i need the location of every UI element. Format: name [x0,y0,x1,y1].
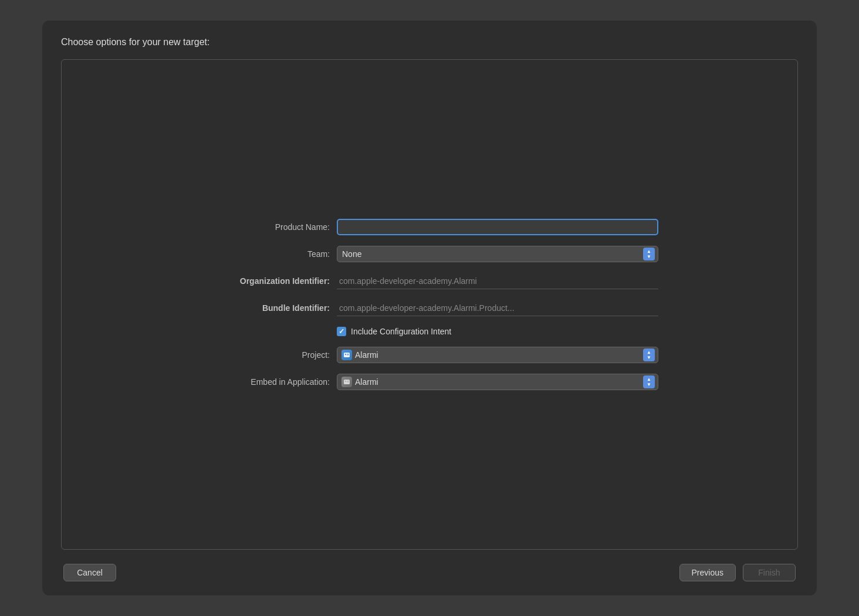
bundle-identifier-label: Bundle Identifier: [201,303,330,313]
project-label: Project: [201,350,330,360]
embed-app-label: Embed in Application: [201,377,330,387]
product-name-input[interactable] [337,219,658,235]
team-row: Team: None [201,246,658,262]
bundle-identifier-value: com.apple-developer-academy.Alarmi.Produ… [337,300,658,316]
content-area: Product Name: Team: None Organization Id… [61,59,798,550]
footer-right-buttons: Previous Finish [679,564,796,581]
project-row: Project: Alarmi [201,347,658,363]
config-intent-checkbox-wrapper: Include Configuration Intent [337,327,451,336]
config-intent-row: Include Configuration Intent [201,327,658,336]
embed-app-select-wrapper: Alarmi [337,374,658,390]
product-name-label: Product Name: [201,222,330,232]
org-identifier-value: com.apple-developer-academy.Alarmi [337,273,658,289]
team-select-wrapper: None [337,246,658,262]
dialog-title: Choose options for your new target: [61,37,798,48]
team-select[interactable]: None [337,246,658,262]
previous-button[interactable]: Previous [679,564,736,581]
config-intent-checkbox-label: Include Configuration Intent [351,327,451,336]
embed-app-row: Embed in Application: Alarmi [201,374,658,390]
project-select-wrapper: Alarmi [337,347,658,363]
team-label: Team: [201,249,330,259]
product-name-row: Product Name: [201,219,658,235]
embed-app-select[interactable]: Alarmi [337,374,658,390]
form-container: Product Name: Team: None Organization Id… [201,219,658,390]
project-select[interactable]: Alarmi [337,347,658,363]
org-identifier-label: Organization Identifier: [201,276,330,286]
footer: Cancel Previous Finish [61,564,798,581]
bundle-identifier-row: Bundle Identifier: com.apple-developer-a… [201,300,658,316]
org-identifier-row: Organization Identifier: com.apple-devel… [201,273,658,289]
cancel-button[interactable]: Cancel [63,564,116,581]
dialog: Choose options for your new target: Prod… [42,21,817,595]
config-intent-checkbox[interactable] [337,327,346,336]
finish-button[interactable]: Finish [743,564,796,581]
